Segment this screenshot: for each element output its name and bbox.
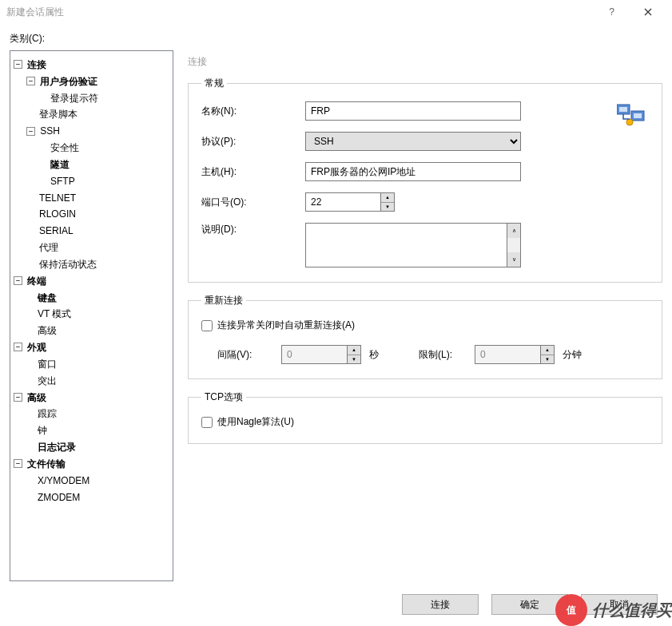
spin-down-icon[interactable]: ▼ [348,355,360,364]
tree-toggle-icon[interactable]: − [14,459,22,468]
svg-rect-1 [619,107,627,112]
category-label: 类别(C): [0,24,672,50]
nagle-checkbox[interactable] [201,417,213,428]
textarea-scrollbar[interactable]: ∧ ∨ [507,223,521,267]
tree-keepalive[interactable]: 保持活动状态 [39,259,97,270]
tree-toggle-icon[interactable]: − [14,60,22,69]
window-title: 新建会话属性 [6,6,594,19]
tree-login-prompt[interactable]: 登录提示符 [50,92,98,103]
group-tcp: TCP选项 使用Nagle算法(U) [188,390,662,444]
tree-toggle-icon[interactable]: − [14,393,22,402]
tree-login-script[interactable]: 登录脚本 [39,109,78,120]
scroll-down-icon[interactable]: ∨ [507,252,520,267]
ok-button[interactable]: 确定 [491,594,568,615]
titlebar: 新建会话属性 ? [0,0,672,24]
tree-tunnel[interactable]: 隧道 [50,159,70,170]
tree-toggle-icon[interactable]: − [26,77,35,85]
label-seconds: 秒 [369,348,379,362]
connect-button[interactable]: 连接 [402,594,479,615]
spin-down-icon[interactable]: ▼ [381,203,394,212]
tree-trace[interactable]: 跟踪 [38,408,57,419]
label-protocol: 协议(P): [201,135,305,149]
tree-appearance[interactable]: 外观 [27,342,46,353]
port-spinner[interactable]: ▲ ▼ [305,192,395,212]
label-interval: 间隔(V): [217,348,273,362]
spin-down-icon[interactable]: ▼ [541,355,554,364]
tree-filetrans[interactable]: 文件传输 [27,458,66,470]
tree-auth[interactable]: 用户身份验证 [40,76,97,87]
tree-ssh[interactable]: SSH [40,125,60,137]
nagle-label: 使用Nagle算法(U) [217,415,294,429]
tree-proxy[interactable]: 代理 [39,242,58,253]
limit-spinner[interactable]: ▲ ▼ [475,345,555,364]
limit-input[interactable] [475,345,540,364]
label-limit: 限制(L): [419,348,467,362]
tree-logging[interactable]: 日志记录 [38,442,76,453]
label-host: 主机(H): [201,165,305,179]
port-input[interactable] [305,192,380,212]
auto-reconnect-checkbox[interactable] [201,320,213,331]
scroll-up-icon[interactable]: ∧ [507,224,520,238]
group-reconnect: 重新连接 连接异常关闭时自动重新连接(A) 间隔(V): ▲ ▼ 秒 限制(L)… [188,294,662,379]
tree-toggle-icon[interactable]: − [14,276,22,285]
tree-window[interactable]: 窗口 [38,359,57,370]
category-tree[interactable]: − 连接 − 用户身份验证 登录提示符 登录脚本 − [10,50,173,581]
content-panel: 连接 常规 名称(N): 协议(P): SSH [173,50,662,581]
cancel-button[interactable]: 取消 [581,594,658,615]
tree-rlogin[interactable]: RLOGIN [39,208,76,220]
label-port: 端口号(O): [201,196,305,209]
group-reconnect-legend: 重新连接 [201,294,246,307]
group-general: 常规 名称(N): 协议(P): SSH [188,77,662,283]
desc-textarea[interactable] [305,223,507,267]
label-name: 名称(N): [201,105,305,118]
group-general-legend: 常规 [201,77,227,90]
tree-vtmode[interactable]: VT 模式 [38,308,71,319]
tree-serial[interactable]: SERIAL [39,225,74,236]
spin-up-icon[interactable]: ▲ [348,346,360,355]
tree-sftp[interactable]: SFTP [50,176,75,187]
host-input[interactable] [305,162,521,181]
bottom-bar: 连接 确定 取消 [0,586,672,626]
svg-point-4 [626,119,633,125]
spin-up-icon[interactable]: ▲ [381,193,394,203]
panel-title: 连接 [188,50,662,77]
tree-keyboard[interactable]: 键盘 [38,291,57,303]
tree-adv[interactable]: 高级 [38,325,57,336]
tree-toggle-icon[interactable]: − [14,343,22,351]
tree-terminal[interactable]: 终端 [27,275,46,287]
tree-zmodem[interactable]: ZMODEM [38,491,80,502]
group-tcp-legend: TCP选项 [201,390,246,404]
tree-xymodem[interactable]: X/YMODEM [38,475,89,486]
tree-connection[interactable]: 连接 [27,59,46,70]
spin-up-icon[interactable]: ▲ [541,346,554,355]
tree-advanced[interactable]: 高级 [27,391,46,402]
tree-highlight[interactable]: 突出 [38,375,57,386]
help-button[interactable]: ? [594,0,630,24]
tree-telnet[interactable]: TELNET [39,192,76,203]
interval-spinner[interactable]: ▲ ▼ [281,345,361,364]
protocol-select[interactable]: SSH [305,132,521,151]
label-minutes: 分钟 [563,348,582,362]
tree-security[interactable]: 安全性 [50,142,79,153]
tree-toggle-icon[interactable]: − [26,127,35,136]
tree-bell[interactable]: 钟 [38,425,47,436]
protocol-icon [617,103,646,129]
auto-reconnect-label: 连接异常关闭时自动重新连接(A) [217,319,355,332]
svg-rect-3 [634,113,642,118]
close-button[interactable] [630,0,666,24]
interval-input[interactable] [281,345,347,364]
label-desc: 说明(D): [201,223,305,236]
name-input[interactable] [305,101,521,121]
